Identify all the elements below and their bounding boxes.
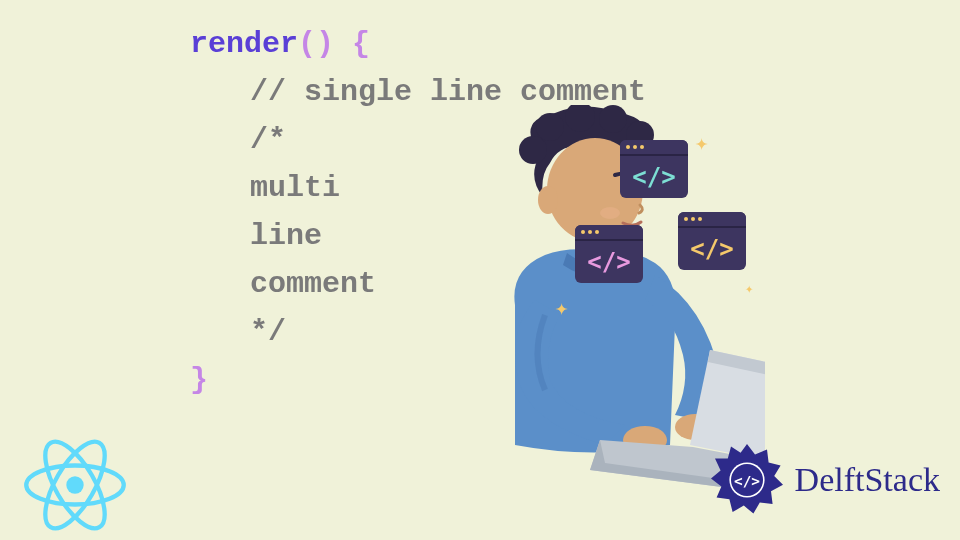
multi-comment-line: multi	[250, 171, 340, 205]
single-line-comment: // single line comment	[250, 75, 646, 109]
open-brace: {	[334, 27, 370, 61]
svg-point-14	[66, 476, 83, 493]
sparkle-icon: ✦	[695, 130, 708, 157]
code-window-icon: </>	[620, 140, 688, 198]
svg-point-10	[600, 207, 620, 219]
parens: ()	[298, 27, 334, 61]
delftstack-badge-icon: </>	[707, 440, 787, 520]
close-brace: }	[190, 363, 208, 397]
brand-name: DelftStack	[795, 461, 940, 499]
svg-point-8	[538, 186, 558, 214]
sparkle-icon: ✦	[745, 280, 753, 297]
multi-comment-line: comment	[250, 267, 376, 301]
multi-comment-open: /*	[250, 123, 286, 157]
code-glyph: </>	[678, 228, 746, 270]
multi-comment-line: line	[250, 219, 322, 253]
svg-point-0	[519, 136, 547, 164]
multi-comment-close: */	[250, 315, 286, 349]
react-logo-icon	[10, 420, 140, 540]
code-glyph: </>	[620, 156, 688, 198]
svg-point-1	[536, 113, 564, 141]
delftstack-logo: </> DelftStack	[707, 440, 940, 520]
svg-point-3	[599, 105, 627, 133]
keyword-render: render	[190, 27, 298, 61]
code-window-icon: </>	[678, 212, 746, 270]
sparkle-icon: ✦	[555, 295, 568, 322]
code-glyph: </>	[575, 241, 643, 283]
svg-text:</>: </>	[734, 473, 760, 489]
code-window-icon: </>	[575, 225, 643, 283]
